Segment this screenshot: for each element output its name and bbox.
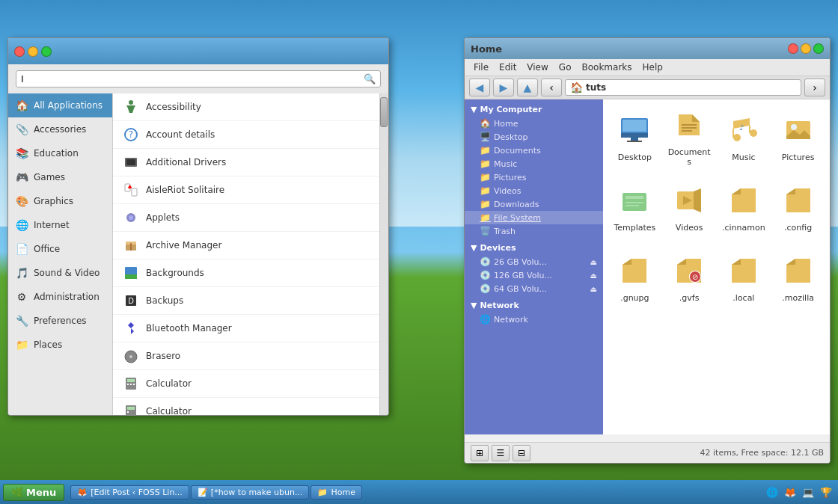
app-backgrounds[interactable]: Backgrounds bbox=[113, 259, 388, 287]
category-administration[interactable]: ⚙️ Administration bbox=[8, 285, 112, 309]
scrollbar-thumb[interactable] bbox=[380, 97, 388, 127]
file-cinnamon-label: .cinnamon bbox=[722, 223, 765, 233]
file-item-gnupg[interactable]: .gnupg bbox=[609, 246, 661, 313]
tree-item-downloads[interactable]: 📁 Downloads bbox=[465, 197, 603, 211]
category-education[interactable]: 📚 Education bbox=[8, 141, 112, 165]
app-applets[interactable]: Applets bbox=[113, 204, 388, 232]
view-icons-button[interactable]: ⊞ bbox=[471, 445, 489, 461]
app-additional-drivers[interactable]: Additional Drivers bbox=[113, 149, 388, 176]
category-places-label: Places bbox=[34, 339, 62, 350]
category-sound-video[interactable]: 🎵 Sound & Video bbox=[8, 261, 112, 285]
file-item-mozilla[interactable]: .mozilla bbox=[772, 246, 824, 313]
category-places[interactable]: 📁 Places bbox=[8, 333, 112, 357]
tree-item-64gb[interactable]: 💿 64 GB Volu... ⏏ bbox=[465, 282, 603, 295]
fm-close-button[interactable] bbox=[788, 43, 798, 54]
taskbar-firefox-icon2[interactable]: 🦊 bbox=[783, 485, 798, 500]
taskbar-item-editor[interactable]: 📝 [*how to make ubun... bbox=[191, 485, 310, 500]
menu-help[interactable]: Help bbox=[638, 61, 667, 74]
close-button[interactable] bbox=[14, 46, 25, 57]
file-item-config[interactable]: .config bbox=[772, 176, 824, 243]
taskbar-item-home[interactable]: 📁 Home bbox=[311, 485, 361, 500]
network-icon[interactable]: 🌐 bbox=[765, 485, 780, 500]
menu-view[interactable]: View bbox=[522, 61, 552, 74]
app-backups[interactable]: D Backups bbox=[113, 287, 388, 315]
view-list-button[interactable]: ☰ bbox=[492, 445, 510, 461]
menu-file[interactable]: File bbox=[469, 61, 493, 74]
file-item-templates[interactable]: Templates bbox=[609, 176, 661, 243]
file-item-documents[interactable]: Documents bbox=[664, 105, 715, 173]
app-menu-window: 🔍 🏠 All Applications 📎 Accessories 📚 Edu… bbox=[7, 37, 389, 416]
tree-item-music[interactable]: 📁 Music bbox=[465, 157, 603, 170]
tree-item-videos[interactable]: 📁 Videos bbox=[465, 184, 603, 197]
search-input[interactable] bbox=[21, 73, 364, 84]
tree-item-filesystem[interactable]: 📁 File System bbox=[465, 211, 603, 224]
view-compact-button[interactable]: ⊟ bbox=[513, 445, 530, 461]
maximize-button[interactable] bbox=[41, 46, 52, 57]
file-item-desktop[interactable]: Desktop bbox=[609, 105, 661, 173]
category-graphics[interactable]: 🎨 Graphics bbox=[8, 189, 112, 213]
app-brasero-label: Brasero bbox=[146, 351, 180, 361]
minimize-button[interactable] bbox=[28, 46, 38, 57]
apps-scrollbar[interactable] bbox=[379, 93, 388, 415]
app-menu-body: 🏠 All Applications 📎 Accessories 📚 Educa… bbox=[8, 93, 388, 415]
tree-item-home[interactable]: 🏠 Home bbox=[465, 117, 603, 130]
taskbar-item-firefox[interactable]: 🦊 [Edit Post ‹ FOSS Lin... bbox=[70, 485, 189, 500]
eject-126gb-icon[interactable]: ⏏ bbox=[590, 271, 597, 280]
file-item-local[interactable]: .local bbox=[718, 246, 770, 313]
category-sound-icon: 🎵 bbox=[14, 265, 29, 280]
tree-header-network[interactable]: ▼ Network bbox=[465, 298, 603, 313]
app-backups-icon: D bbox=[122, 292, 140, 310]
tree-trash-icon: 🗑️ bbox=[480, 226, 491, 236]
app-archive-manager[interactable]: Archive Manager bbox=[113, 232, 388, 259]
taskbar-trophy-icon[interactable]: 🏆 bbox=[819, 485, 834, 500]
tree-item-network[interactable]: 🌐 Network bbox=[465, 313, 603, 326]
file-item-music[interactable]: ♪ Music bbox=[718, 105, 770, 173]
app-bluetooth-manager[interactable]: Bluetooth Manager bbox=[113, 315, 388, 342]
tree-item-desktop[interactable]: 🖥️ Desktop bbox=[465, 130, 603, 144]
taskbar-monitor-icon[interactable]: 💻 bbox=[801, 485, 816, 500]
back-button[interactable]: ◀ bbox=[469, 79, 490, 96]
up-button[interactable]: ▲ bbox=[517, 79, 538, 96]
category-all-applications[interactable]: 🏠 All Applications bbox=[8, 93, 112, 117]
tree-item-trash[interactable]: 🗑️ Trash bbox=[465, 224, 603, 238]
app-accessibility[interactable]: Accessibility bbox=[113, 93, 388, 121]
next-button[interactable]: › bbox=[804, 79, 825, 96]
svg-rect-30 bbox=[627, 141, 642, 142]
app-aisleriot[interactable]: ♠ AisleRiot Solitaire bbox=[113, 176, 388, 204]
taskbar: 🌿 Menu 🦊 [Edit Post ‹ FOSS Lin... 📝 [*ho… bbox=[0, 480, 838, 504]
category-games[interactable]: 🎮 Games bbox=[8, 165, 112, 189]
app-brasero[interactable]: Brasero bbox=[113, 342, 388, 370]
category-office[interactable]: 📄 Office bbox=[8, 237, 112, 261]
tree-header-mycomputer[interactable]: ▼ My Computer bbox=[465, 102, 603, 117]
tree-header-devices[interactable]: ▼ Devices bbox=[465, 241, 603, 255]
eject-26gb-icon[interactable]: ⏏ bbox=[590, 258, 597, 266]
svg-text:D: D bbox=[128, 297, 134, 305]
menu-go[interactable]: Go bbox=[554, 61, 576, 74]
forward-button[interactable]: ▶ bbox=[493, 79, 514, 96]
fm-minimize-button[interactable] bbox=[801, 43, 811, 54]
category-preferences[interactable]: 🔧 Preferences bbox=[8, 309, 112, 333]
file-item-cinnamon[interactable]: .cinnamon bbox=[718, 176, 770, 243]
file-videos-icon bbox=[676, 187, 703, 220]
tree-item-26gb[interactable]: 💿 26 GB Volu... ⏏ bbox=[465, 255, 603, 268]
file-item-pictures[interactable]: Pictures bbox=[772, 105, 824, 173]
prev-button[interactable]: ‹ bbox=[541, 79, 562, 96]
app-calculator2[interactable]: Calculator bbox=[113, 398, 388, 415]
tree-item-pictures[interactable]: 📁 Pictures bbox=[465, 170, 603, 184]
file-item-gvfs[interactable]: ⊘ .gvfs bbox=[664, 246, 715, 313]
address-home-icon: 🏠 bbox=[570, 82, 583, 93]
tree-item-26gb-label: 26 GB Volu... bbox=[494, 257, 547, 267]
tree-item-documents[interactable]: 📁 Documents bbox=[465, 144, 603, 157]
taskbar-menu-button[interactable]: 🌿 Menu bbox=[3, 484, 64, 501]
category-accessories[interactable]: 📎 Accessories bbox=[8, 117, 112, 141]
tree-item-126gb[interactable]: 💿 126 GB Volu... ⏏ bbox=[465, 268, 603, 282]
app-calculator[interactable]: Calculator bbox=[113, 370, 388, 398]
svg-rect-28 bbox=[621, 133, 648, 138]
fm-maximize-button[interactable] bbox=[813, 43, 824, 54]
app-account-details[interactable]: ? Account details bbox=[113, 121, 388, 149]
eject-64gb-icon[interactable]: ⏏ bbox=[590, 285, 597, 293]
file-item-videos[interactable]: Videos bbox=[664, 176, 715, 243]
category-internet[interactable]: 🌐 Internet bbox=[8, 213, 112, 237]
menu-bookmarks[interactable]: Bookmarks bbox=[577, 61, 636, 74]
menu-edit[interactable]: Edit bbox=[495, 61, 521, 74]
